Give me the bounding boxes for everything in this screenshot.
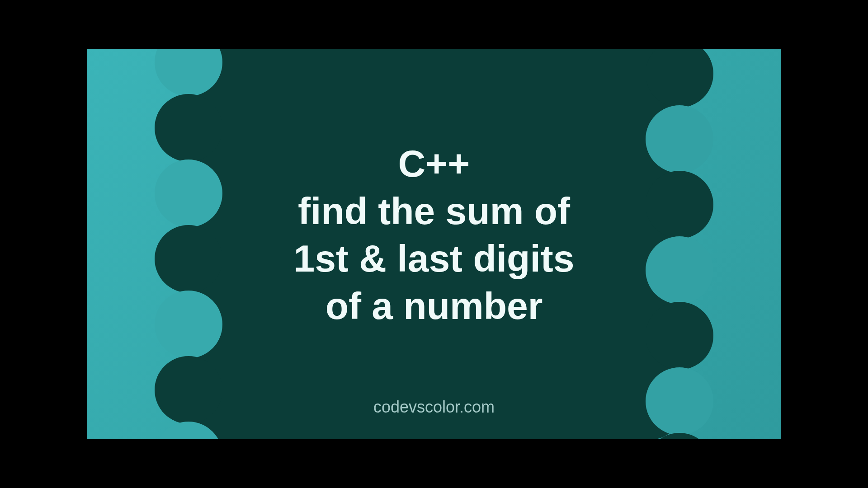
attribution-text: codevscolor.com (373, 398, 495, 417)
content-wrapper: C++ find the sum of 1st & last digits of… (87, 49, 781, 439)
title-line-3: 1st & last digits (294, 235, 575, 282)
graphic-canvas: C++ find the sum of 1st & last digits of… (87, 49, 781, 439)
title-line-1: C++ (294, 140, 575, 188)
title-line-4: of a number (294, 282, 575, 330)
main-title: C++ find the sum of 1st & last digits of… (294, 140, 575, 330)
title-line-2: find the sum of (294, 188, 575, 235)
